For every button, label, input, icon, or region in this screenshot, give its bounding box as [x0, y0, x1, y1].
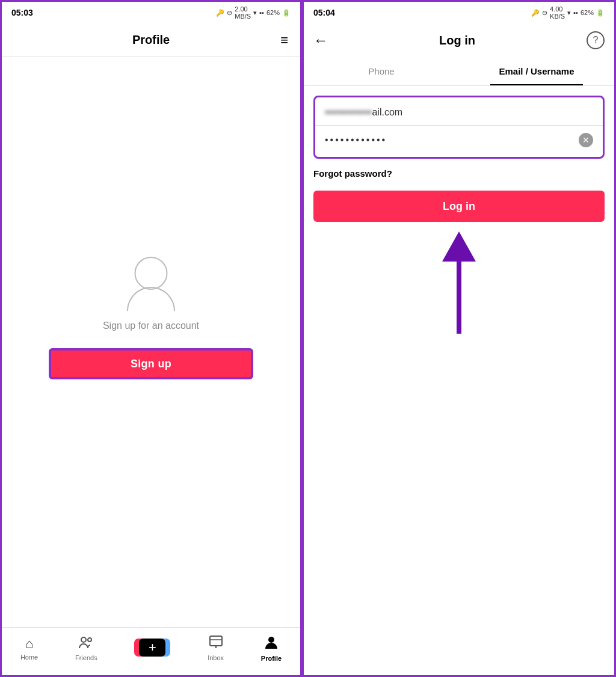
friends-label: Friends [75, 654, 97, 661]
svg-point-0 [81, 637, 86, 642]
left-status-icons: 🔑 ⊖ 2.00MB/S ▾ ▪▪ 62% 🔋 [216, 5, 291, 20]
battery-icon: 🔋 [596, 9, 605, 17]
battery-label: 62% [266, 9, 280, 16]
donotdisturb-icon: ⊖ [542, 9, 547, 17]
login-tabs: Phone Email / Username [304, 57, 614, 86]
right-time: 05:04 [313, 8, 335, 17]
friends-icon [79, 636, 93, 652]
avatar-placeholder [124, 257, 178, 311]
inbox-label: Inbox [208, 654, 224, 661]
clear-button[interactable]: ✕ [579, 133, 593, 147]
create-center: + [139, 639, 165, 657]
login-button[interactable]: Log in [313, 191, 605, 222]
key-icon: 🔑 [531, 9, 540, 17]
nav-inbox[interactable]: Inbox [208, 636, 224, 661]
arrow-annotation [313, 231, 605, 334]
svg-point-4 [268, 637, 274, 643]
right-app-bar: ← Log in ? [304, 23, 614, 57]
nav-home[interactable]: ⌂ Home [20, 636, 38, 661]
email-suffix: ail.com [372, 107, 402, 117]
plus-icon: + [149, 641, 156, 654]
signal-icon: ▪▪ [259, 9, 264, 16]
email-blurred-value: •••••••••••••• [325, 107, 372, 117]
signal-icon: ▪▪ [573, 9, 578, 16]
home-icon: ⌂ [25, 636, 33, 652]
battery-icon: 🔋 [282, 9, 291, 17]
tab-email-username[interactable]: Email / Username [459, 57, 614, 85]
avatar-body [127, 287, 175, 311]
right-status-bar: 05:04 🔑 ⊖ 4.00KB/S ▾ ▪▪ 62% 🔋 [304, 2, 614, 23]
arrow-shaft [457, 262, 461, 334]
battery-label: 62% [581, 9, 594, 16]
right-phone: 05:04 🔑 ⊖ 4.00KB/S ▾ ▪▪ 62% 🔋 ← Log in ?… [302, 0, 616, 677]
right-main-content: ••••••••••••••ail.com •••••••••••• ✕ For… [304, 86, 614, 675]
bottom-navigation: ⌂ Home Friends + [2, 627, 300, 675]
password-field[interactable]: •••••••••••• ✕ [315, 126, 603, 155]
inbox-icon [209, 636, 223, 652]
help-button[interactable]: ? [587, 31, 605, 49]
avatar-circle [135, 257, 168, 290]
left-main-content: Sign up for an account Sign up [2, 57, 300, 627]
speed-indicator: 4.00KB/S [550, 5, 565, 20]
left-phone: 05:03 🔑 ⊖ 2.00MB/S ▾ ▪▪ 62% 🔋 Profile ≡ … [0, 0, 302, 677]
home-label: Home [20, 654, 38, 661]
left-app-bar: Profile ≡ [2, 23, 300, 57]
page-title: Profile [132, 33, 170, 47]
wifi-icon: ▾ [567, 9, 571, 17]
profile-label: Profile [261, 655, 282, 662]
wifi-icon: ▾ [253, 9, 257, 17]
right-status-icons: 🔑 ⊖ 4.00KB/S ▾ ▪▪ 62% 🔋 [531, 5, 605, 20]
nav-create[interactable]: + [134, 638, 170, 659]
back-button[interactable]: ← [313, 32, 328, 49]
password-dots: •••••••••••• [325, 135, 387, 146]
signup-button[interactable]: Sign up [49, 348, 253, 379]
left-status-bar: 05:03 🔑 ⊖ 2.00MB/S ▾ ▪▪ 62% 🔋 [2, 2, 300, 23]
password-row: •••••••••••• ✕ [325, 133, 593, 147]
donotdisturb-icon: ⊖ [227, 9, 232, 17]
svg-point-1 [88, 638, 91, 642]
nav-friends[interactable]: Friends [75, 636, 97, 661]
email-field[interactable]: ••••••••••••••ail.com [315, 100, 603, 126]
tab-email-label: Email / Username [499, 66, 574, 76]
menu-icon[interactable]: ≡ [280, 32, 288, 48]
create-button-wrapper: + [134, 638, 170, 657]
login-title: Log in [439, 34, 475, 47]
svg-rect-2 [210, 636, 222, 646]
tab-phone-label: Phone [368, 66, 394, 76]
signup-prompt: Sign up for an account [103, 320, 199, 331]
key-icon: 🔑 [216, 9, 224, 17]
profile-icon [265, 635, 278, 653]
forgot-password-link[interactable]: Forgot password? [313, 168, 605, 179]
nav-profile[interactable]: Profile [261, 635, 282, 662]
left-time: 05:03 [11, 8, 33, 17]
login-form-box: ••••••••••••••ail.com •••••••••••• ✕ [313, 96, 605, 159]
tab-phone[interactable]: Phone [304, 57, 459, 85]
arrow-head [442, 231, 476, 262]
speed-indicator: 2.00MB/S [235, 5, 251, 20]
